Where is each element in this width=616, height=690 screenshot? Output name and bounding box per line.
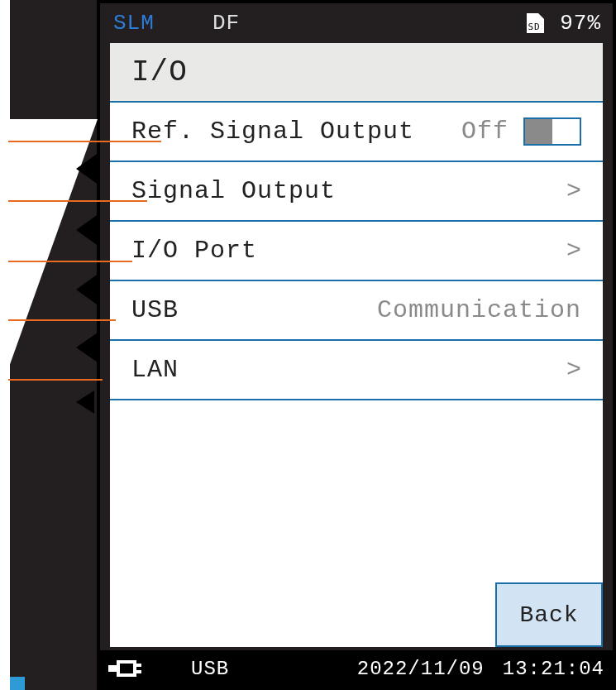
svg-rect-4 xyxy=(136,664,141,667)
annotation-marker xyxy=(76,273,99,306)
annotation-callout-line xyxy=(8,261,132,262)
bottom-date: 2022/11/09 xyxy=(357,658,485,680)
bottom-connection-label: USB xyxy=(191,658,229,680)
page-title-text: I/O xyxy=(131,55,188,89)
menu-item-lan[interactable]: LAN > xyxy=(110,341,603,400)
annotation-callout-line xyxy=(8,141,161,142)
menu-item-ref-signal-output[interactable]: Ref. Signal Output Off xyxy=(110,103,603,162)
svg-rect-3 xyxy=(120,664,133,673)
menu-item-usb[interactable]: USB Communication xyxy=(110,281,603,341)
toggle-on-half xyxy=(552,119,580,144)
menu-list: Ref. Signal Output Off Signal Output > I… xyxy=(110,103,603,400)
menu-item-label: Ref. Signal Output xyxy=(131,117,414,146)
back-button-label: Back xyxy=(519,602,578,628)
menu-item-label: I/O Port xyxy=(131,237,257,265)
annotation-callout-line xyxy=(8,319,116,321)
status-mode-df: DF xyxy=(212,11,240,36)
bottom-time: 13:21:04 xyxy=(503,658,604,680)
device-frame: SLM DF SD 97% I/O Ref. Signal Output Off xyxy=(97,0,616,690)
svg-rect-5 xyxy=(136,670,141,673)
svg-text:SD: SD xyxy=(528,22,541,32)
status-mode-slm: SLM xyxy=(113,11,188,36)
menu-item-label: LAN xyxy=(131,356,179,384)
back-button[interactable]: Back xyxy=(495,582,603,647)
toggle-ref-signal-output[interactable] xyxy=(523,117,581,146)
annotation-callout-line xyxy=(8,200,147,202)
menu-item-label: Signal Output xyxy=(131,177,336,205)
battery-percentage: 97% xyxy=(560,11,601,36)
menu-item-value: Off xyxy=(461,117,509,146)
chevron-right-icon: > xyxy=(566,177,581,205)
annotation-marker xyxy=(76,333,98,362)
sd-card-icon: SD xyxy=(522,11,547,36)
power-plug-icon xyxy=(108,659,155,678)
menu-item-value: Communication xyxy=(377,296,581,324)
annotation-marker xyxy=(76,391,94,414)
accent-corner xyxy=(10,677,25,690)
menu-item-io-port[interactable]: I/O Port > xyxy=(110,222,603,281)
page-title: I/O xyxy=(110,43,603,103)
bottom-status-bar: USB 2022/11/09 13:21:04 xyxy=(100,650,613,687)
annotation-marker xyxy=(76,213,99,247)
menu-item-signal-output[interactable]: Signal Output > xyxy=(110,162,603,222)
chevron-right-icon: > xyxy=(566,356,581,384)
status-bar: SLM DF SD 97% xyxy=(100,3,613,43)
annotation-marker xyxy=(76,152,99,185)
screen-area: I/O Ref. Signal Output Off Signal Output… xyxy=(110,43,603,647)
annotation-callout-line xyxy=(8,379,103,381)
chevron-right-icon: > xyxy=(566,237,581,265)
menu-item-label: USB xyxy=(131,296,179,324)
toggle-off-half xyxy=(525,119,552,144)
svg-rect-1 xyxy=(108,665,117,672)
